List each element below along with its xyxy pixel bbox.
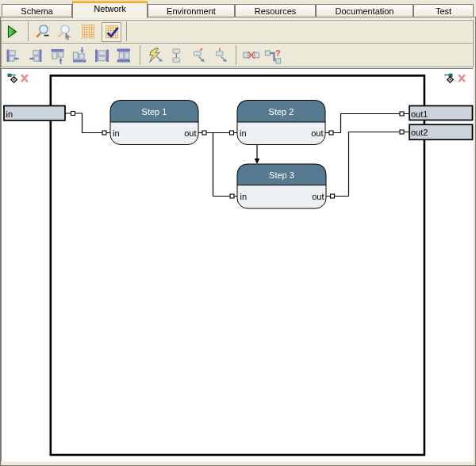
- svg-text:in: in: [240, 192, 248, 201]
- svg-text:?: ?: [275, 48, 281, 58]
- svg-text:out: out: [311, 128, 323, 138]
- svg-text:Step 2: Step 2: [269, 107, 294, 116]
- svg-text:in: in: [113, 128, 120, 138]
- svg-text:out: out: [184, 128, 196, 138]
- svg-text:Step 1: Step 1: [142, 107, 167, 116]
- svg-text:out: out: [312, 192, 324, 201]
- svg-text:in: in: [6, 109, 13, 119]
- svg-text:in: in: [240, 128, 247, 138]
- svg-text:Step 3: Step 3: [269, 170, 294, 180]
- svg-text:out2: out2: [411, 128, 428, 137]
- svg-text:out1: out1: [411, 109, 428, 119]
